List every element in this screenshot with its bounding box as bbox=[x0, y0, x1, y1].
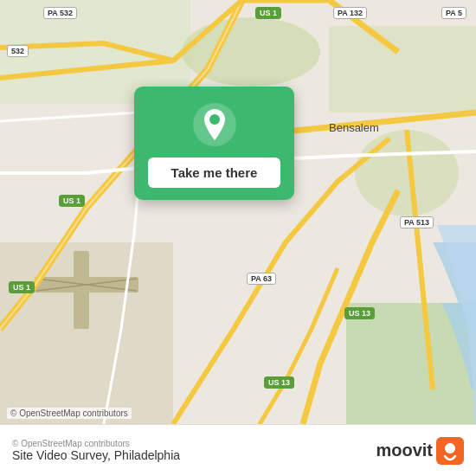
moovit-icon bbox=[436, 437, 464, 465]
site-title: Site Video Survey, Philadelphia bbox=[12, 448, 180, 462]
road-label-pa513: PA 513 bbox=[400, 216, 434, 228]
road-label-us13-btm: US 13 bbox=[264, 376, 294, 389]
road-label-532: 532 bbox=[7, 45, 29, 57]
bottom-left-info: © OpenStreetMap contributors Site Video … bbox=[12, 439, 180, 462]
city-label-bensalem: Bensalem bbox=[329, 121, 379, 134]
location-pin-icon bbox=[192, 102, 237, 147]
take-me-there-button[interactable]: Take me there bbox=[148, 158, 280, 188]
road-label-us1-left: US 1 bbox=[59, 195, 85, 207]
road-label-pa63: PA 63 bbox=[247, 273, 276, 285]
svg-point-14 bbox=[445, 443, 455, 453]
road-label-pa132: PA 132 bbox=[333, 7, 367, 19]
road-label-pa5: PA 5 bbox=[441, 7, 466, 19]
svg-point-12 bbox=[209, 114, 220, 125]
road-label-us1-top: US 1 bbox=[255, 7, 281, 19]
road-label-pa532: PA 532 bbox=[43, 7, 77, 19]
bottom-bar: © OpenStreetMap contributors Site Video … bbox=[0, 424, 476, 476]
svg-rect-3 bbox=[329, 26, 476, 113]
map-attribution: © OpenStreetMap contributors bbox=[7, 408, 132, 419]
road-label-us13-mid: US 13 bbox=[344, 307, 375, 319]
svg-rect-8 bbox=[74, 251, 89, 329]
attribution-text: © OpenStreetMap contributors bbox=[12, 439, 180, 448]
map-container: US 1 US 1 US 1 US 1 PA 532 532 PA 132 PA… bbox=[0, 0, 476, 424]
moovit-logo[interactable]: moovit bbox=[376, 437, 464, 465]
moovit-text: moovit bbox=[376, 441, 433, 460]
popup-card: Take me there bbox=[134, 87, 294, 200]
road-label-us1-btm: US 1 bbox=[9, 281, 35, 293]
